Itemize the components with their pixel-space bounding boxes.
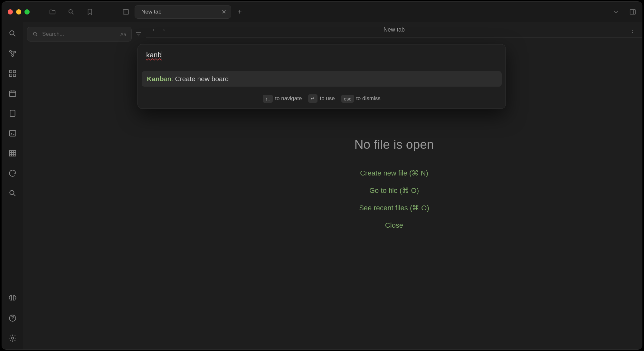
sidebar-right-toggle-icon[interactable]: [629, 8, 636, 15]
window-minimize-button[interactable]: [16, 9, 21, 14]
sidebar-search-box[interactable]: Aa: [27, 27, 132, 42]
main-header: ‹ › New tab ⋮: [146, 22, 642, 38]
text-cursor: [162, 51, 162, 59]
sidebar-top: Aa: [27, 27, 142, 42]
help-icon[interactable]: [8, 314, 17, 322]
nav-forward-icon[interactable]: ›: [163, 26, 165, 33]
search-icon[interactable]: [8, 29, 17, 38]
search-icon: [33, 31, 38, 37]
nav-arrows: ‹ ›: [153, 26, 165, 33]
nav-label: to navigate: [275, 95, 302, 102]
dismiss-keys: esc: [341, 95, 354, 103]
traffic-lights: [8, 9, 30, 14]
dismiss-label: to dismiss: [356, 95, 381, 102]
settings-icon[interactable]: [8, 334, 17, 342]
svg-point-0: [69, 10, 72, 13]
left-ribbon: [2, 22, 23, 349]
sync-icon[interactable]: [8, 169, 17, 177]
tab-close-icon[interactable]: ✕: [222, 8, 226, 15]
close-link[interactable]: Close: [385, 221, 403, 230]
sidebar-left-toggle-icon[interactable]: [122, 8, 129, 15]
tab-new-tab[interactable]: New tab ✕: [135, 5, 231, 19]
result-description: Create new board: [173, 75, 229, 82]
command-palette-input[interactable]: kanb: [138, 44, 506, 66]
svg-point-17: [11, 337, 14, 339]
graph-icon[interactable]: [8, 49, 17, 58]
svg-rect-7: [9, 70, 12, 73]
search-icon[interactable]: [68, 8, 75, 15]
command-palette: kanb Kanban: Create new board ↑↓ to navi…: [137, 44, 506, 109]
calendar-icon[interactable]: [8, 89, 17, 98]
use-label: to use: [320, 95, 335, 102]
bookmark-icon[interactable]: [86, 8, 93, 15]
go-to-file-link[interactable]: Go to file (⌘ O): [369, 186, 419, 195]
case-sensitive-toggle[interactable]: Aa: [120, 32, 126, 37]
svg-point-15: [10, 190, 14, 194]
filter-icon[interactable]: [135, 31, 142, 38]
folder-icon[interactable]: [49, 8, 56, 15]
create-file-link[interactable]: Create new file (⌘ N): [360, 169, 428, 177]
page-title: New tab: [384, 26, 405, 33]
result-match-rest: an:: [164, 75, 173, 82]
svg-rect-12: [10, 110, 15, 117]
svg-rect-9: [9, 74, 12, 77]
tabs: New tab ✕ +: [135, 5, 242, 19]
table-icon[interactable]: [8, 149, 17, 157]
titlebar-icons: [49, 8, 93, 15]
app-window: New tab ✕ +: [2, 1, 642, 350]
dashboard-icon[interactable]: [8, 69, 17, 78]
svg-rect-8: [13, 70, 16, 73]
svg-rect-13: [9, 130, 16, 136]
svg-point-3: [10, 31, 14, 35]
titlebar: New tab ✕ +: [2, 2, 642, 22]
brain-icon[interactable]: [8, 294, 17, 302]
recent-files-link[interactable]: See recent files (⌘ O): [359, 204, 429, 212]
tab-add-button[interactable]: +: [238, 8, 242, 16]
nav-back-icon[interactable]: ‹: [153, 26, 155, 33]
svg-rect-11: [9, 91, 16, 96]
use-keys: ↵: [308, 94, 317, 103]
terminal-icon[interactable]: [8, 129, 17, 138]
sidebar: Aa: [23, 22, 146, 349]
chevron-down-icon[interactable]: [612, 8, 620, 15]
command-palette-item[interactable]: Kanban: Create new board: [142, 71, 502, 87]
svg-rect-2: [630, 10, 636, 14]
empty-state-title: No file is open: [354, 138, 434, 152]
svg-point-18: [33, 32, 36, 35]
command-palette-input-text: kanb: [146, 51, 162, 59]
nav-keys: ↑↓: [263, 95, 273, 103]
tab-title: New tab: [141, 9, 161, 15]
empty-state-actions: Create new file (⌘ N) Go to file (⌘ O) S…: [359, 169, 429, 230]
more-menu-icon[interactable]: ⋮: [629, 26, 636, 34]
svg-rect-10: [13, 74, 16, 77]
sidebar-search-input[interactable]: [42, 31, 117, 37]
window-maximize-button[interactable]: [24, 9, 30, 14]
window-close-button[interactable]: [8, 9, 13, 14]
svg-rect-1: [123, 10, 129, 14]
search-alt-icon[interactable]: [8, 189, 17, 197]
note-icon[interactable]: [8, 109, 17, 118]
svg-rect-14: [9, 150, 16, 156]
titlebar-right: [612, 8, 636, 15]
command-palette-results: Kanban: Create new board: [138, 66, 506, 89]
result-match-bold: Kanb: [147, 75, 164, 82]
command-palette-hints: ↑↓ to navigate ↵ to use esc to dismiss: [138, 89, 506, 109]
